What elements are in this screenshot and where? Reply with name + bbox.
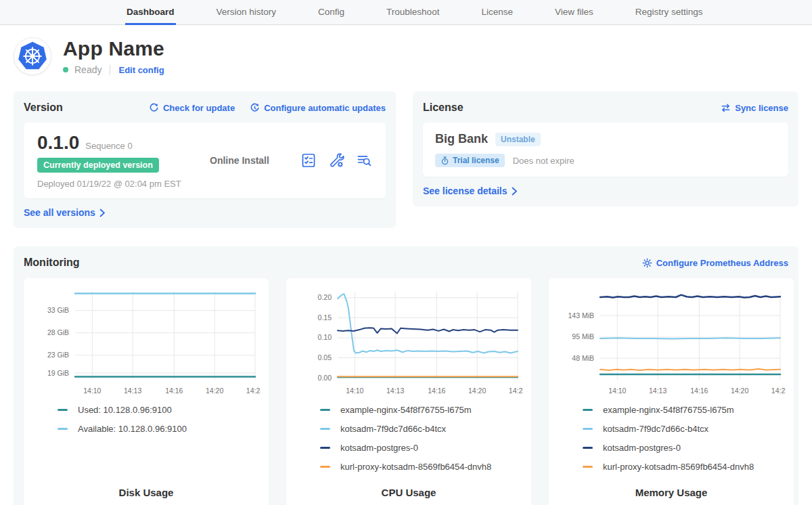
legend-label: kotsadm-7f9dc7d66c-b4tcx — [603, 424, 708, 434]
clock-refresh-icon — [250, 103, 260, 113]
license-card-title: License — [423, 102, 464, 114]
chevron-right-icon — [99, 208, 106, 217]
legend-item: kurl-proxy-kotsadm-8569fb6454-dnvh8 — [320, 461, 523, 472]
kubernetes-logo-icon — [17, 41, 48, 72]
chart-legend: example-nginx-54f8f76755-l675mkotsadm-7f… — [320, 404, 523, 480]
tab-view-files[interactable]: View files — [554, 0, 595, 25]
version-sequence: Sequence 0 — [85, 141, 132, 151]
svg-text:19 GiB: 19 GiB — [47, 369, 69, 377]
see-license-details-link[interactable]: See license details — [423, 185, 518, 196]
chart-title: Memory Usage — [557, 487, 786, 498]
legend-label: example-nginx-54f8f76755-l675m — [603, 405, 734, 415]
check-for-update-link[interactable]: Check for update — [149, 103, 235, 113]
legend-color-dash — [583, 428, 593, 430]
top-navigation: DashboardVersion historyConfigTroublesho… — [0, 0, 812, 25]
channel-badge: Unstable — [495, 133, 541, 146]
monitoring-title: Monitoring — [24, 257, 80, 269]
svg-text:14:10: 14:10 — [608, 387, 626, 395]
legend-label: example-nginx-54f8f76755-l675m — [340, 405, 472, 415]
svg-text:14:13: 14:13 — [386, 387, 404, 395]
svg-text:14:16: 14:16 — [690, 387, 708, 395]
tab-license[interactable]: License — [480, 0, 514, 25]
legend-item: example-nginx-54f8f76755-l675m — [320, 404, 523, 415]
tab-version-history[interactable]: Version history — [215, 0, 278, 25]
chart-plot-area: 14:1014:1314:1614:2014:230.200.150.100.0… — [294, 284, 523, 400]
sync-license-link[interactable]: Sync license — [721, 103, 788, 113]
svg-text:14:23: 14:23 — [509, 387, 523, 395]
stopwatch-icon — [441, 156, 449, 165]
chart-title: CPU Usage — [294, 487, 523, 498]
app-logo — [14, 37, 51, 75]
legend-item: kotsadm-postgres-0 — [583, 442, 786, 453]
svg-text:14:13: 14:13 — [124, 387, 141, 395]
svg-text:14:23: 14:23 — [246, 387, 261, 395]
svg-text:48 MiB: 48 MiB — [572, 354, 594, 362]
legend-label: Used: 10.128.0.96:9100 — [78, 405, 172, 415]
current-version-row: 0.1.0 Sequence 0 Currently deployed vers… — [24, 123, 386, 198]
edit-config-link[interactable]: Edit config — [118, 65, 164, 75]
monitoring-section: Monitoring Configure Prometheus Address … — [14, 246, 798, 505]
license-summary-row: Big Bank Unstable Trial l — [423, 123, 788, 177]
install-type-label: Online Install — [210, 155, 300, 166]
tab-troubleshoot[interactable]: Troubleshoot — [385, 0, 441, 25]
legend-color-dash — [320, 428, 330, 430]
svg-text:14:10: 14:10 — [83, 387, 101, 395]
legend-item: Used: 10.128.0.96:9100 — [58, 404, 261, 415]
svg-text:0.10: 0.10 — [318, 333, 332, 341]
configure-prometheus-link[interactable]: Configure Prometheus Address — [642, 258, 788, 268]
app-title: App Name — [63, 37, 164, 60]
legend-color-dash — [320, 409, 330, 411]
legend-color-dash — [320, 447, 330, 449]
legend-color-dash — [58, 428, 68, 430]
svg-text:0.20: 0.20 — [318, 293, 332, 301]
chart-plot-area: 14:1014:1314:1614:2014:2333 GiB28 GiB23 … — [32, 284, 261, 400]
preflight-checks-icon[interactable] — [300, 152, 317, 169]
legend-item: kotsadm-7f9dc7d66c-b4tcx — [583, 423, 786, 434]
see-all-versions-link[interactable]: See all versions — [24, 207, 106, 218]
legend-label: Available: 10.128.0.96:9100 — [78, 424, 187, 434]
chart-legend: Used: 10.128.0.96:9100Available: 10.128.… — [58, 404, 261, 442]
svg-text:14:20: 14:20 — [206, 387, 223, 395]
tab-registry-settings[interactable]: Registry settings — [634, 0, 704, 25]
svg-text:143 MiB: 143 MiB — [568, 311, 594, 320]
license-card: License Sync license Big Bank Unstable — [413, 91, 798, 206]
svg-text:0.05: 0.05 — [318, 353, 332, 361]
svg-text:14:16: 14:16 — [165, 387, 183, 395]
legend-label: kotsadm-7f9dc7d66c-b4tcx — [340, 424, 446, 434]
legend-item: kurl-proxy-kotsadm-8569fb6454-dnvh8 — [583, 461, 786, 472]
chart-legend: example-nginx-54f8f76755-l675mkotsadm-7f… — [583, 404, 786, 480]
svg-text:14:10: 14:10 — [346, 387, 363, 395]
tab-config[interactable]: Config — [317, 0, 346, 25]
config-wrench-icon[interactable] — [328, 152, 344, 169]
license-expiry-label: Does not expire — [513, 156, 574, 166]
svg-text:28 GiB: 28 GiB — [47, 328, 69, 336]
svg-text:14:20: 14:20 — [468, 387, 486, 395]
legend-color-dash — [583, 447, 593, 449]
svg-text:0.00: 0.00 — [318, 374, 332, 382]
view-files-search-icon[interactable] — [356, 152, 372, 169]
license-customer-name: Big Bank — [435, 132, 488, 146]
tab-dashboard[interactable]: Dashboard — [125, 0, 176, 25]
legend-color-dash — [583, 409, 593, 411]
legend-color-dash — [58, 409, 68, 411]
currently-deployed-badge: Currently deployed version — [37, 158, 159, 173]
svg-text:33 GiB: 33 GiB — [47, 306, 69, 314]
version-card: Version Check for update — [14, 91, 396, 228]
chart-plot-area: 14:1014:1314:1614:2014:23143 MiB95 MiB48… — [557, 284, 786, 400]
app-header: App Name Ready Edit config — [14, 25, 798, 75]
configure-automatic-updates-link[interactable]: Configure automatic updates — [250, 103, 386, 113]
cpu-usage-chart-card: 14:1014:1314:1614:2014:230.200.150.100.0… — [286, 278, 531, 505]
deployed-timestamp: Deployed 01/19/22 @ 02:04 pm EST — [37, 179, 210, 189]
svg-text:14:13: 14:13 — [649, 387, 667, 395]
gear-icon — [642, 258, 652, 268]
svg-text:23 GiB: 23 GiB — [47, 351, 69, 359]
ready-status-label: Ready — [74, 64, 102, 75]
svg-text:95 MiB: 95 MiB — [572, 332, 594, 341]
svg-text:14:20: 14:20 — [731, 387, 748, 395]
chevron-right-icon — [512, 187, 518, 196]
legend-item: kotsadm-postgres-0 — [320, 442, 523, 453]
sync-arrows-icon — [721, 103, 731, 113]
legend-item: kotsadm-7f9dc7d66c-b4tcx — [320, 423, 523, 434]
version-card-title: Version — [24, 102, 63, 114]
trial-license-badge: Trial license — [435, 154, 505, 167]
